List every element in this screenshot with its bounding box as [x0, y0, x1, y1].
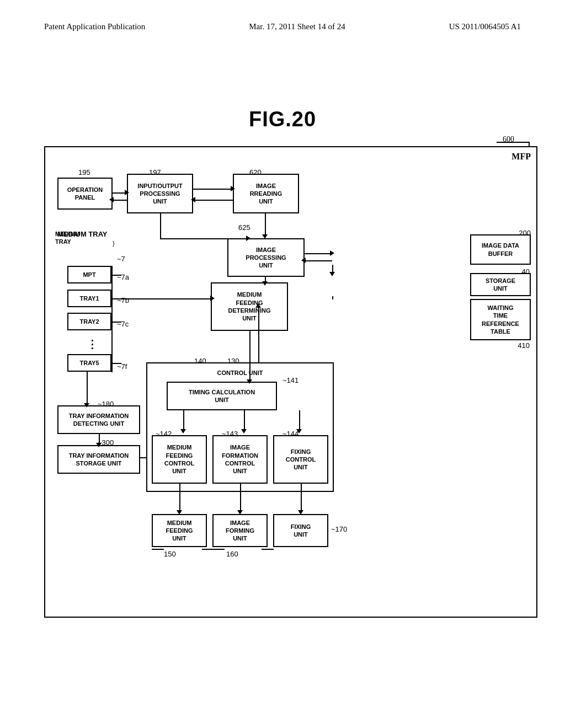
header-left: Patent Application Publication [44, 22, 145, 31]
arrowhead-tc-right [241, 429, 247, 433]
arrowhead-tis-mfd [255, 303, 261, 308]
image-forming-unit-box: IMAGE FORMING UNIT [212, 514, 268, 547]
page: Patent Application Publication Mar. 17, … [0, 0, 565, 728]
arrow-tc-right [244, 410, 245, 431]
header: Patent Application Publication Mar. 17, … [44, 22, 521, 31]
medium-feeding-determining-box: MEDIUM FEEDING DETERMINING UNIT [211, 282, 288, 331]
arrow-tc-fix [299, 410, 300, 431]
image-data-buffer-box: IMAGE DATA BUFFER [470, 234, 531, 265]
header-right: US 2011/0064505 A1 [449, 22, 521, 31]
arrow-io-down [160, 213, 161, 238]
mfp-label: MFP [511, 152, 531, 162]
ref-150: 150 [164, 550, 176, 558]
bracket-600 [497, 142, 530, 147]
ref-141: ~141 [282, 376, 299, 384]
arrowhead-ir-io-back [191, 197, 195, 202]
ref-170: ~170 [331, 525, 347, 533]
arrowhead-tray-to-tid [84, 403, 89, 408]
arrow-idb-ip-back [305, 260, 332, 261]
tray-vertical-line [111, 266, 113, 372]
arrowhead-idb-to-su [329, 272, 335, 276]
arrow-ir-io-back [194, 200, 233, 201]
tray5-box: TRAY5 [67, 354, 111, 372]
medium-tray-top-label: MEDIUMTRAY [55, 230, 80, 246]
ref-410: 410 [518, 341, 530, 350]
arrow-mfc-mfu [179, 484, 180, 512]
ref-625: 625 [238, 223, 250, 232]
medium-feeding-control-box: MEDIUM FEEDING CONTROL UNIT [152, 435, 207, 484]
arrowhead-tc-left [180, 429, 186, 433]
ref-195: 195 [78, 168, 90, 176]
fig-title: FIG.20 [249, 108, 316, 131]
tray2-box: TRAY2 [67, 313, 111, 330]
arrowhead-mfd-cu [247, 379, 252, 384]
header-middle: Mar. 17, 2011 Sheet 14 of 24 [249, 22, 345, 31]
bracket-150-left [152, 549, 164, 550]
arrow-ifc-ifu [240, 484, 241, 512]
image-formation-control-box: IMAGE FORMATION CONTROL UNIT [212, 435, 268, 484]
arrow-ip-idb [305, 253, 332, 254]
storage-unit-box: STORAGE UNIT [470, 273, 531, 296]
ref-7b: ~7b [117, 296, 129, 304]
arrowhead-tid-tis [96, 443, 102, 447]
input-output-box: INPUT/OUTPUT PROCESSING UNIT [127, 174, 193, 213]
arrowhead-idb-ip-back [301, 258, 306, 263]
arrowhead-tc-fix [296, 429, 302, 433]
tray-info-detecting-box: TRAY INFORMATION DETECTING UNIT [57, 405, 140, 434]
line-to-tray2 [111, 322, 121, 323]
tray1-box: TRAY1 [67, 290, 111, 307]
arrow-io-op-back [113, 200, 127, 201]
diagram-container: MFP 600 195 197 620 OPERATION PANEL INPU… [44, 146, 537, 618]
arrow-su-wt [332, 296, 333, 299]
fixing-control-box: FIXING CONTROL UNIT [273, 435, 328, 484]
line-to-tray5 [111, 363, 121, 364]
arrow-io-to-mfd-h [160, 238, 248, 239]
bracket-160-right [262, 549, 274, 550]
arrow-fc-fu [301, 484, 302, 512]
timing-calc-box: TIMING CALCULATION UNIT [167, 382, 277, 410]
ref-7: ~7 [117, 255, 125, 263]
arrowhead-op-io [125, 190, 129, 195]
medium-feeding-unit-box: MEDIUM FEEDING UNIT [152, 514, 207, 547]
arrowhead-ip-mfd [262, 281, 268, 286]
arrow-tc-left [183, 410, 184, 431]
line-to-mpt [111, 275, 121, 276]
arrow-ir-ip [265, 213, 266, 237]
arrow-io-ir [193, 189, 233, 190]
arrowhead-ip-idb [330, 250, 334, 256]
bracket-160-left [212, 549, 225, 550]
image-reading-box: IMAGE RREADING UNIT [233, 174, 299, 213]
arrow-tray-to-mfd-h [111, 298, 212, 299]
arrowhead-tray-to-mfd [210, 296, 215, 301]
mpt-box: MPT [67, 266, 111, 283]
arrowhead-io-to-mfd [246, 235, 250, 241]
arrowhead-io-ir [231, 186, 235, 191]
arrow-mfd-cu [249, 331, 250, 382]
arrowhead-io-op-back [109, 197, 114, 202]
fixing-unit-box: FIXING UNIT [273, 514, 328, 547]
image-processing-box: IMAGE PROCESSING UNIT [227, 238, 305, 277]
ref-160: 160 [226, 550, 238, 558]
dots: ⋮ [87, 338, 98, 351]
waiting-time-box: WAITING TIME REFERENCE TABLE [470, 299, 531, 340]
arrow-tray-to-tid [87, 372, 88, 405]
operation-panel-box: OPERATION PANEL [57, 178, 113, 210]
tray-info-storage-box: TRAY INFORMATION STORAGE UNIT [57, 445, 140, 474]
